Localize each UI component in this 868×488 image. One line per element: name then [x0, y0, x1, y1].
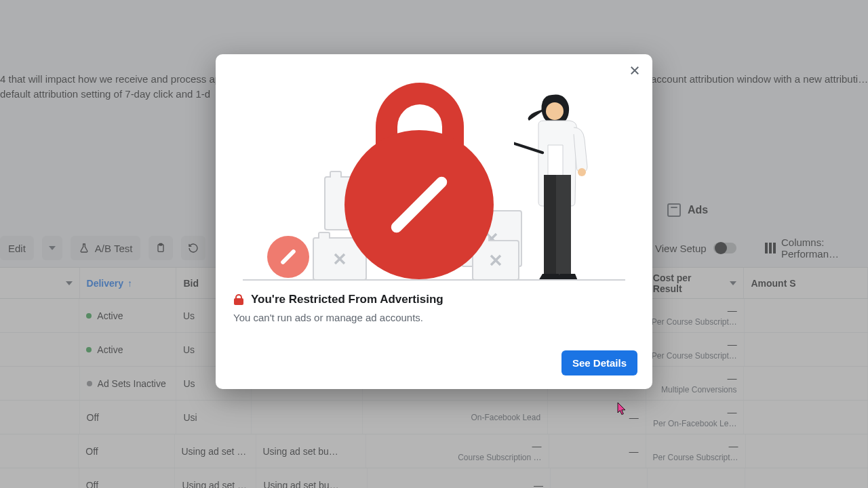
- cursor-icon: [614, 401, 628, 418]
- svg-rect-5: [544, 175, 556, 275]
- modal-title-row: You're Restricted From Advertising: [233, 293, 635, 306]
- person-illustration: [514, 88, 623, 281]
- modal-subtitle: You can't run ads or manage ad accounts.: [233, 312, 635, 323]
- svg-point-7: [578, 168, 586, 176]
- svg-point-2: [546, 102, 564, 120]
- modal-title: You're Restricted From Advertising: [251, 293, 443, 306]
- lock-icon: [344, 130, 494, 279]
- restricted-modal: You're Restricted From Advertising You c…: [216, 54, 652, 389]
- mini-lock-icon: [267, 236, 309, 278]
- modal-illustration: [216, 54, 652, 281]
- lock-small-icon: [233, 294, 244, 305]
- see-details-button[interactable]: See Details: [561, 350, 637, 375]
- modal-overlay: You're Restricted From Advertising You c…: [0, 0, 868, 488]
